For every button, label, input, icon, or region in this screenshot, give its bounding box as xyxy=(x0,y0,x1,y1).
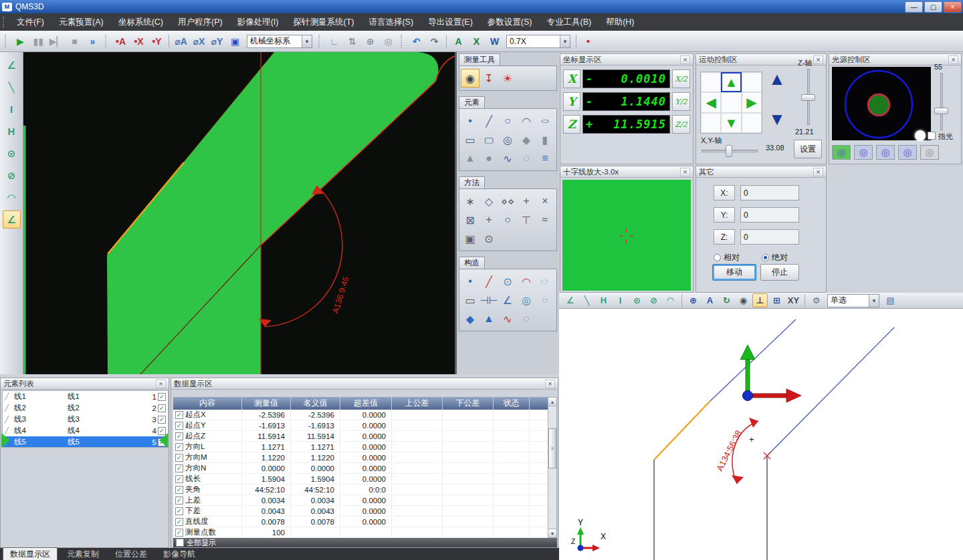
x-axis-button[interactable]: X xyxy=(563,69,580,88)
xy-speed-slider-handle[interactable] xyxy=(726,145,732,157)
distance-tool-icon[interactable]: H xyxy=(3,122,21,140)
coordinate-axes-icon[interactable]: ⊥ xyxy=(752,293,768,307)
menu-item[interactable]: 探针测量系统(T) xyxy=(286,13,361,31)
close-icon[interactable]: × xyxy=(545,380,555,388)
construct-circle-icon[interactable]: ⊙ xyxy=(498,272,517,291)
jog-up-button[interactable]: ▲ xyxy=(721,72,741,92)
nav-next-icon[interactable] xyxy=(1,433,10,448)
light-mode-5-button[interactable]: ◎ xyxy=(920,145,939,160)
construct-blob-icon[interactable]: ◌ xyxy=(517,309,536,328)
table-row[interactable]: ✓线长1.59041.59040.0000 xyxy=(173,474,548,484)
rotate-3d-icon[interactable]: ↻ xyxy=(719,293,734,307)
arc-measure-icon[interactable]: ◠ xyxy=(663,293,678,307)
table-scrollbar[interactable]: ▲ ≡ ▼ xyxy=(548,397,557,538)
x-goto-button[interactable]: X: xyxy=(714,185,735,200)
pick-cross-icon[interactable]: + xyxy=(517,192,536,211)
menu-item[interactable]: 用户程序(P) xyxy=(171,13,230,31)
z-half-button[interactable]: Z/2 xyxy=(672,115,690,134)
show-all-row[interactable]: 全部显示 xyxy=(173,538,557,547)
zero-y-axis-button[interactable]: •Y xyxy=(148,33,165,49)
jog-down-button[interactable]: ▼ xyxy=(721,113,741,133)
scan-region-icon[interactable]: ⊠ xyxy=(461,211,479,229)
light-intensity-slider[interactable] xyxy=(940,73,943,130)
goto-a-axis-button[interactable]: ⌀A xyxy=(173,33,189,49)
close-icon[interactable]: × xyxy=(156,380,166,388)
menu-item[interactable]: 专业工具(B) xyxy=(539,13,599,31)
list-item[interactable]: ╱线3线33✓ xyxy=(3,414,168,425)
row-checkbox[interactable]: ✓ xyxy=(175,443,183,451)
column-header[interactable]: 下公差 xyxy=(443,397,494,410)
element-checkbox[interactable]: ✓ xyxy=(158,404,166,412)
maximize-button[interactable]: ▢ xyxy=(924,1,942,13)
zoom-region-icon[interactable]: ⊞ xyxy=(769,293,784,307)
table-row[interactable]: ✓起点X-2.5396-2.53960.0000 xyxy=(173,410,548,420)
camera-viewport[interactable]: A136:9:45 xyxy=(23,52,455,374)
x-goto-field[interactable]: 0 xyxy=(740,185,799,200)
goto-x-axis-button[interactable]: ⌀X xyxy=(191,33,207,49)
zero-a-axis-button[interactable]: •A xyxy=(112,33,129,49)
cone-icon[interactable]: ▲ xyxy=(461,149,479,168)
word-export-button[interactable]: W xyxy=(486,33,503,49)
close-icon[interactable]: × xyxy=(680,55,690,64)
circle-slash-measure-icon[interactable]: ⊘ xyxy=(646,293,661,307)
chevron-down-icon[interactable]: ▾ xyxy=(560,35,570,47)
close-icon[interactable]: × xyxy=(813,55,823,64)
lens-zoom-select[interactable]: 0.7X▾ xyxy=(506,35,570,48)
settings-button[interactable]: 设置 xyxy=(794,140,822,158)
fast-forward-button[interactable]: » xyxy=(84,33,101,49)
wave-method-icon[interactable]: ≈ xyxy=(536,211,554,229)
construct-slot-icon[interactable]: ◌ xyxy=(536,291,554,309)
x-half-button[interactable]: X/2 xyxy=(672,69,690,88)
close-icon[interactable]: × xyxy=(813,168,823,176)
sphere-icon[interactable]: ● xyxy=(479,149,498,168)
list-item[interactable]: ╱线4线44✓ xyxy=(3,425,168,436)
selection-mode-select[interactable]: 单选▾ xyxy=(827,294,879,307)
row-checkbox[interactable]: ✓ xyxy=(175,422,183,430)
arc-tool-icon[interactable]: ◠ xyxy=(3,188,21,206)
pointer-light-checkbox[interactable] xyxy=(928,132,936,140)
trim-icon[interactable]: × xyxy=(536,192,554,211)
probe-target-button[interactable]: ◎ xyxy=(380,33,397,49)
axis-origin-button[interactable]: ∟ xyxy=(326,33,342,49)
probe-center-button[interactable]: ⊕ xyxy=(362,33,379,49)
light-mode-3-button[interactable]: ◎ xyxy=(876,145,895,160)
absolute-radio[interactable]: 绝对 xyxy=(762,252,788,263)
close-button[interactable]: × xyxy=(944,1,962,13)
z-goto-button[interactable]: Z: xyxy=(714,229,735,245)
tab-1[interactable]: 数据显示区 xyxy=(3,547,58,560)
menu-item[interactable]: 影像处理(I) xyxy=(230,13,286,31)
column-header[interactable]: 名义值 xyxy=(291,397,340,410)
y-goto-field[interactable]: 0 xyxy=(740,207,799,223)
table-row[interactable]: ✓起点Z11.591411.59140.0000 xyxy=(173,431,548,442)
list-item[interactable]: ╱线5线55✓ xyxy=(3,436,168,448)
show-all-checkbox[interactable] xyxy=(176,539,184,547)
construct-cone-icon[interactable]: ▲ xyxy=(479,309,498,328)
probe-tool-icon[interactable]: ↧ xyxy=(479,69,498,88)
visibility-eye-icon[interactable]: ◉ xyxy=(736,293,751,307)
stop-button[interactable]: 停止 xyxy=(760,264,799,281)
angle-tool-icon[interactable]: ∠ xyxy=(3,56,21,74)
tab-2[interactable]: 元素复制 xyxy=(60,548,106,560)
zoom-fit-icon[interactable]: ⊕ xyxy=(685,293,701,307)
pin-tool-icon[interactable]: ⊤ xyxy=(517,211,536,229)
construct-ring-icon[interactable]: ◎ xyxy=(517,291,536,309)
ellipse-icon[interactable]: ○ xyxy=(536,112,554,130)
plane-icon[interactable]: ≡ xyxy=(536,149,554,168)
construct-rect-icon[interactable]: ▭ xyxy=(461,291,479,309)
table-row[interactable]: ✓下差0.00430.00430.0000 xyxy=(173,506,548,517)
multipoint-icon[interactable]: ∗ xyxy=(461,192,479,211)
construct-distance-icon[interactable]: ⊣⊢ xyxy=(479,291,498,309)
ring-icon[interactable]: ◎ xyxy=(498,130,517,149)
row-checkbox[interactable]: ✓ xyxy=(175,497,183,505)
light-intensity-slider-handle[interactable] xyxy=(934,108,948,114)
rectangle-icon[interactable]: ▭ xyxy=(461,130,479,149)
construct-curve-icon[interactable]: ∿ xyxy=(498,309,517,328)
table-row[interactable]: ✓直线度0.00780.00780.0000 xyxy=(173,517,548,527)
tab-3[interactable]: 位置公差 xyxy=(108,548,154,560)
z-down-button[interactable]: ▼ xyxy=(768,110,786,128)
undo-button[interactable]: ↶ xyxy=(408,33,425,49)
diamond-method-icon[interactable]: ◇ xyxy=(479,192,498,211)
goto-y-axis-button[interactable]: ⌀Y xyxy=(209,33,225,49)
circle-tool-icon[interactable]: ⊙ xyxy=(3,144,21,162)
menu-item[interactable]: 坐标系统(C) xyxy=(111,13,171,31)
